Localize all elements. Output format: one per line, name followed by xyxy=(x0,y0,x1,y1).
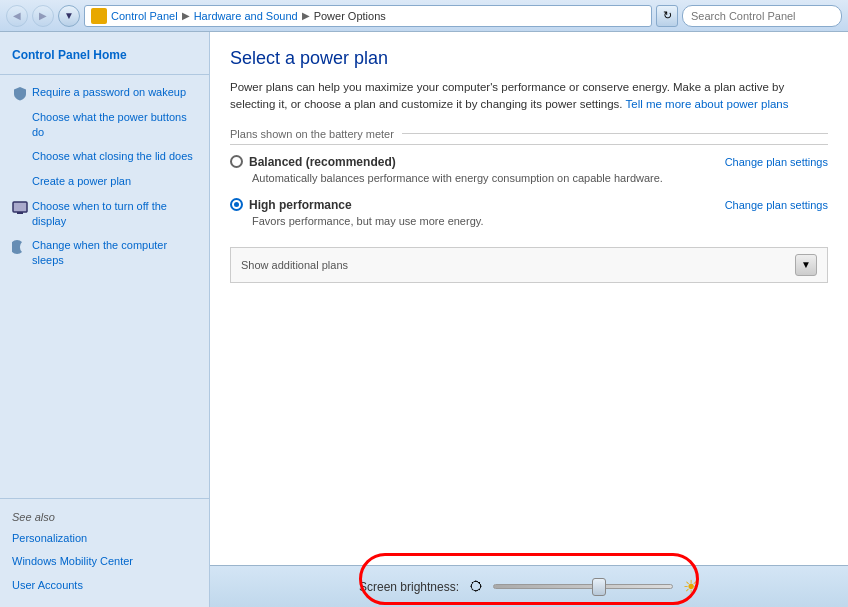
radio-high-performance[interactable] xyxy=(230,198,243,211)
see-also-label: See also xyxy=(0,505,209,527)
plan-desc-balanced: Automatically balances performance with … xyxy=(230,172,828,184)
forward-icon: ▶ xyxy=(39,10,47,21)
sidebar-item-closing-lid-label: Choose what closing the lid does xyxy=(32,149,193,164)
plan-row-high-performance: High performance Change plan settings xyxy=(230,198,828,212)
tell-me-more-link[interactable]: Tell me more about power plans xyxy=(626,98,789,110)
show-additional-plans-label: Show additional plans xyxy=(241,259,795,271)
brightness-slider-track[interactable] xyxy=(493,584,673,589)
brightness-slider-thumb[interactable] xyxy=(592,578,606,596)
forward-button[interactable]: ▶ xyxy=(32,5,54,27)
lid-icon xyxy=(12,150,28,166)
sidebar: Control Panel Home Require a password on… xyxy=(0,32,210,607)
show-additional-plans-row[interactable]: Show additional plans ▼ xyxy=(230,247,828,283)
plan-name-balanced: Balanced (recommended) xyxy=(249,155,396,169)
sidebar-item-user-accounts[interactable]: User Accounts xyxy=(0,574,209,597)
sidebar-item-power-buttons[interactable]: Choose what the power buttons do xyxy=(0,106,209,145)
sidebar-item-power-buttons-label: Choose what the power buttons do xyxy=(32,110,197,141)
sidebar-item-computer-sleeps[interactable]: Change when the computer sleeps xyxy=(0,234,209,273)
sidebar-divider-1 xyxy=(0,74,209,75)
create-icon xyxy=(12,175,28,191)
svg-rect-0 xyxy=(13,202,27,212)
back-button[interactable]: ◀ xyxy=(6,5,28,27)
breadcrumb-control-panel[interactable]: Control Panel xyxy=(111,10,178,22)
sidebar-divider-2 xyxy=(0,498,209,499)
address-bar-container: ◀ ▶ ▼ Control Panel ▶ Hardware and Sound… xyxy=(0,0,848,32)
plan-item-high-performance: High performance Change plan settings Fa… xyxy=(230,198,828,227)
plan-desc-high-performance: Favors performance, but may use more ene… xyxy=(230,215,828,227)
shield-icon xyxy=(12,86,28,102)
intro-text: Power plans can help you maximize your c… xyxy=(230,79,828,114)
breadcrumb-arrow-2: ▶ xyxy=(302,10,310,21)
sidebar-item-turn-off-display[interactable]: Choose when to turn off the display xyxy=(0,195,209,234)
refresh-icon: ↻ xyxy=(663,9,672,22)
content-area: Select a power plan Power plans can help… xyxy=(210,32,848,607)
sidebar-home-link[interactable]: Control Panel Home xyxy=(0,42,209,68)
sidebar-item-require-password-label: Require a password on wakeup xyxy=(32,85,186,100)
brightness-bar: Screen brightness: 🌣 ☀ xyxy=(210,565,848,607)
plan-name-high-performance: High performance xyxy=(249,198,352,212)
sidebar-item-personalization[interactable]: Personalization xyxy=(0,527,209,550)
plan-item-balanced: Balanced (recommended) Change plan setti… xyxy=(230,155,828,184)
history-button[interactable]: ▼ xyxy=(58,5,80,27)
show-additional-chevron-button[interactable]: ▼ xyxy=(795,254,817,276)
sun-small-icon: 🌣 xyxy=(469,579,483,595)
radio-balanced[interactable] xyxy=(230,155,243,168)
sidebar-item-user-accounts-label: User Accounts xyxy=(12,578,83,593)
address-bar: Control Panel ▶ Hardware and Sound ▶ Pow… xyxy=(84,5,652,27)
main-container: Control Panel Home Require a password on… xyxy=(0,32,848,607)
svg-rect-1 xyxy=(17,212,23,214)
brightness-label: Screen brightness: xyxy=(359,580,459,594)
breadcrumb-hardware[interactable]: Hardware and Sound xyxy=(194,10,298,22)
sidebar-spacer xyxy=(0,272,209,491)
sidebar-item-create-plan-label: Create a power plan xyxy=(32,174,131,189)
plan-name-row-high: High performance xyxy=(230,198,352,212)
sidebar-item-sleeps-label: Change when the computer sleeps xyxy=(32,238,197,269)
history-icon: ▼ xyxy=(64,10,74,21)
moon-icon xyxy=(12,239,28,255)
breadcrumb-current: Power Options xyxy=(314,10,386,22)
power-icon xyxy=(12,111,28,127)
sidebar-item-mobility-center[interactable]: Windows Mobility Center xyxy=(0,550,209,573)
breadcrumb-arrow-1: ▶ xyxy=(182,10,190,21)
sidebar-item-closing-lid[interactable]: Choose what closing the lid does xyxy=(0,145,209,170)
sun-large-icon: ☀ xyxy=(683,576,699,598)
change-plan-settings-balanced[interactable]: Change plan settings xyxy=(725,156,828,168)
monitor-icon xyxy=(12,200,28,216)
plan-row-balanced: Balanced (recommended) Change plan setti… xyxy=(230,155,828,169)
plans-section-label: Plans shown on the battery meter xyxy=(230,128,828,145)
back-icon: ◀ xyxy=(13,10,21,21)
sidebar-item-create-plan[interactable]: Create a power plan xyxy=(0,170,209,195)
sidebar-item-display-label: Choose when to turn off the display xyxy=(32,199,197,230)
sidebar-item-require-password[interactable]: Require a password on wakeup xyxy=(0,81,209,106)
refresh-button[interactable]: ↻ xyxy=(656,5,678,27)
sidebar-item-personalization-label: Personalization xyxy=(12,531,87,546)
chevron-down-icon: ▼ xyxy=(801,259,811,270)
plan-name-row-balanced: Balanced (recommended) xyxy=(230,155,396,169)
sidebar-item-mobility-center-label: Windows Mobility Center xyxy=(12,554,133,569)
folder-icon xyxy=(91,8,107,24)
change-plan-settings-high[interactable]: Change plan settings xyxy=(725,199,828,211)
search-input[interactable] xyxy=(682,5,842,27)
page-title: Select a power plan xyxy=(230,48,828,69)
